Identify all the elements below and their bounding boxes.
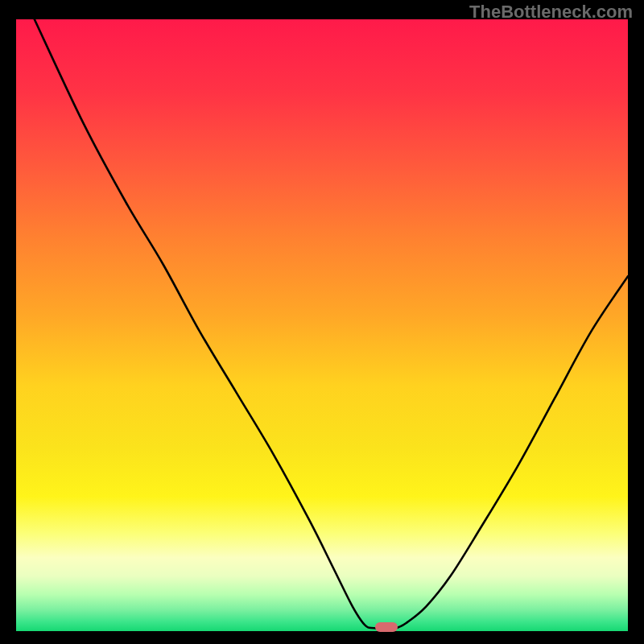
bottleneck-chart [16, 19, 628, 631]
chart-container: TheBottleneck.com [0, 0, 644, 644]
plot-area [16, 19, 628, 631]
optimal-marker [375, 622, 398, 632]
gradient-background [16, 19, 628, 631]
watermark-text: TheBottleneck.com [469, 2, 633, 23]
